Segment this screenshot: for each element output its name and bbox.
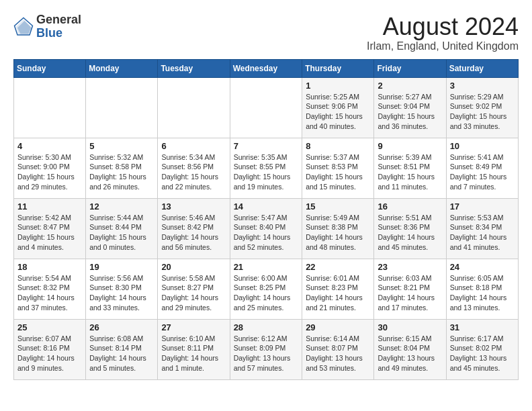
calendar-cell: 31Sunrise: 6:17 AM Sunset: 8:02 PM Dayli… <box>446 319 518 379</box>
day-detail: Sunrise: 5:32 AM Sunset: 8:58 PM Dayligh… <box>89 152 154 192</box>
calendar-cell: 16Sunrise: 5:51 AM Sunset: 8:36 PM Dayli… <box>374 198 446 259</box>
day-number: 4 <box>17 141 82 151</box>
day-number: 5 <box>89 141 154 151</box>
day-number: 27 <box>161 322 226 332</box>
page-header: General Blue August 2024 Irlam, England,… <box>13 13 519 52</box>
day-number: 29 <box>306 322 370 332</box>
calendar-cell: 25Sunrise: 6:07 AM Sunset: 8:16 PM Dayli… <box>14 319 86 379</box>
weekday-header: Wednesday <box>230 59 302 77</box>
day-number: 7 <box>234 141 299 151</box>
calendar-cell: 14Sunrise: 5:47 AM Sunset: 8:40 PM Dayli… <box>230 198 302 259</box>
day-detail: Sunrise: 6:01 AM Sunset: 8:23 PM Dayligh… <box>306 273 370 313</box>
day-number: 30 <box>378 322 442 332</box>
calendar-cell: 4Sunrise: 5:30 AM Sunset: 9:00 PM Daylig… <box>14 138 86 198</box>
day-number: 2 <box>378 81 442 91</box>
calendar-cell: 8Sunrise: 5:37 AM Sunset: 8:53 PM Daylig… <box>302 138 374 198</box>
calendar-cell: 9Sunrise: 5:39 AM Sunset: 8:51 PM Daylig… <box>374 138 446 198</box>
day-detail: Sunrise: 5:47 AM Sunset: 8:40 PM Dayligh… <box>234 213 299 253</box>
title-block: August 2024 Irlam, England, United Kingd… <box>367 13 519 52</box>
day-number: 9 <box>378 141 442 151</box>
day-number: 16 <box>378 201 442 212</box>
calendar-cell: 11Sunrise: 5:42 AM Sunset: 8:47 PM Dayli… <box>14 198 86 259</box>
weekday-header: Monday <box>86 59 158 77</box>
calendar-cell: 17Sunrise: 5:53 AM Sunset: 8:34 PM Dayli… <box>446 198 518 259</box>
calendar-table: SundayMondayTuesdayWednesdayThursdayFrid… <box>13 59 519 380</box>
calendar-cell: 12Sunrise: 5:44 AM Sunset: 8:44 PM Dayli… <box>86 198 158 259</box>
weekday-header-row: SundayMondayTuesdayWednesdayThursdayFrid… <box>14 59 519 77</box>
day-detail: Sunrise: 5:27 AM Sunset: 9:04 PM Dayligh… <box>378 92 442 132</box>
day-detail: Sunrise: 5:37 AM Sunset: 8:53 PM Dayligh… <box>306 152 370 192</box>
day-detail: Sunrise: 6:10 AM Sunset: 8:11 PM Dayligh… <box>161 334 226 373</box>
day-number: 17 <box>450 201 515 212</box>
day-number: 3 <box>450 81 515 91</box>
day-detail: Sunrise: 5:25 AM Sunset: 9:06 PM Dayligh… <box>306 92 370 132</box>
day-number: 31 <box>450 322 515 332</box>
month-year: August 2024 <box>367 13 519 40</box>
calendar-cell: 26Sunrise: 6:08 AM Sunset: 8:14 PM Dayli… <box>86 319 158 379</box>
calendar-cell: 19Sunrise: 5:56 AM Sunset: 8:30 PM Dayli… <box>86 259 158 319</box>
day-detail: Sunrise: 5:41 AM Sunset: 8:49 PM Dayligh… <box>450 152 515 192</box>
day-detail: Sunrise: 5:54 AM Sunset: 8:32 PM Dayligh… <box>17 273 82 313</box>
day-number: 13 <box>161 201 226 212</box>
calendar-cell: 13Sunrise: 5:46 AM Sunset: 8:42 PM Dayli… <box>158 198 230 259</box>
day-number: 10 <box>450 141 515 151</box>
logo-icon <box>13 17 34 37</box>
logo-blue: Blue <box>36 27 81 40</box>
calendar-week-row: 11Sunrise: 5:42 AM Sunset: 8:47 PM Dayli… <box>14 198 519 259</box>
calendar-cell <box>158 77 230 138</box>
calendar-cell <box>86 77 158 138</box>
day-detail: Sunrise: 5:39 AM Sunset: 8:51 PM Dayligh… <box>378 152 442 192</box>
day-detail: Sunrise: 5:42 AM Sunset: 8:47 PM Dayligh… <box>17 213 82 253</box>
day-detail: Sunrise: 6:12 AM Sunset: 8:09 PM Dayligh… <box>234 334 299 373</box>
day-number: 22 <box>306 262 370 272</box>
logo-general: General <box>36 13 81 27</box>
day-number: 11 <box>17 201 82 212</box>
calendar-cell: 20Sunrise: 5:58 AM Sunset: 8:27 PM Dayli… <box>158 259 230 319</box>
calendar-cell: 30Sunrise: 6:15 AM Sunset: 8:04 PM Dayli… <box>374 319 446 379</box>
day-number: 24 <box>450 262 515 272</box>
day-detail: Sunrise: 5:44 AM Sunset: 8:44 PM Dayligh… <box>89 213 154 253</box>
calendar-cell: 29Sunrise: 6:14 AM Sunset: 8:07 PM Dayli… <box>302 319 374 379</box>
day-number: 14 <box>234 201 299 212</box>
day-number: 15 <box>306 201 370 212</box>
day-number: 21 <box>234 262 299 272</box>
calendar-week-row: 25Sunrise: 6:07 AM Sunset: 8:16 PM Dayli… <box>14 319 519 379</box>
day-detail: Sunrise: 5:49 AM Sunset: 8:38 PM Dayligh… <box>306 213 370 253</box>
location: Irlam, England, United Kingdom <box>367 40 519 52</box>
weekday-header: Tuesday <box>158 59 230 77</box>
calendar-cell: 7Sunrise: 5:35 AM Sunset: 8:55 PM Daylig… <box>230 138 302 198</box>
day-number: 28 <box>234 322 299 332</box>
calendar-cell: 22Sunrise: 6:01 AM Sunset: 8:23 PM Dayli… <box>302 259 374 319</box>
calendar-cell <box>14 77 86 138</box>
weekday-header: Sunday <box>14 59 86 77</box>
calendar-cell: 1Sunrise: 5:25 AM Sunset: 9:06 PM Daylig… <box>302 77 374 138</box>
day-detail: Sunrise: 6:08 AM Sunset: 8:14 PM Dayligh… <box>89 334 154 373</box>
day-number: 8 <box>306 141 370 151</box>
calendar-cell: 5Sunrise: 5:32 AM Sunset: 8:58 PM Daylig… <box>86 138 158 198</box>
day-detail: Sunrise: 6:17 AM Sunset: 8:02 PM Dayligh… <box>450 334 515 373</box>
day-detail: Sunrise: 6:05 AM Sunset: 8:18 PM Dayligh… <box>450 273 515 313</box>
calendar-week-row: 1Sunrise: 5:25 AM Sunset: 9:06 PM Daylig… <box>14 77 519 138</box>
weekday-header: Saturday <box>446 59 518 77</box>
day-number: 23 <box>378 262 442 272</box>
calendar-cell: 6Sunrise: 5:34 AM Sunset: 8:56 PM Daylig… <box>158 138 230 198</box>
day-detail: Sunrise: 5:35 AM Sunset: 8:55 PM Dayligh… <box>234 152 299 192</box>
day-detail: Sunrise: 6:00 AM Sunset: 8:25 PM Dayligh… <box>234 273 299 313</box>
day-detail: Sunrise: 5:58 AM Sunset: 8:27 PM Dayligh… <box>161 273 226 313</box>
calendar-week-row: 18Sunrise: 5:54 AM Sunset: 8:32 PM Dayli… <box>14 259 519 319</box>
day-number: 12 <box>89 201 154 212</box>
calendar-cell: 27Sunrise: 6:10 AM Sunset: 8:11 PM Dayli… <box>158 319 230 379</box>
calendar-cell: 24Sunrise: 6:05 AM Sunset: 8:18 PM Dayli… <box>446 259 518 319</box>
day-detail: Sunrise: 6:15 AM Sunset: 8:04 PM Dayligh… <box>378 334 442 373</box>
calendar-cell: 15Sunrise: 5:49 AM Sunset: 8:38 PM Dayli… <box>302 198 374 259</box>
calendar-cell <box>230 77 302 138</box>
day-detail: Sunrise: 6:03 AM Sunset: 8:21 PM Dayligh… <box>378 273 442 313</box>
day-detail: Sunrise: 6:07 AM Sunset: 8:16 PM Dayligh… <box>17 334 82 373</box>
day-detail: Sunrise: 5:34 AM Sunset: 8:56 PM Dayligh… <box>161 152 226 192</box>
day-detail: Sunrise: 5:46 AM Sunset: 8:42 PM Dayligh… <box>161 213 226 253</box>
calendar-cell: 18Sunrise: 5:54 AM Sunset: 8:32 PM Dayli… <box>14 259 86 319</box>
day-detail: Sunrise: 6:14 AM Sunset: 8:07 PM Dayligh… <box>306 334 370 373</box>
logo-text: General Blue <box>36 13 81 40</box>
day-detail: Sunrise: 5:29 AM Sunset: 9:02 PM Dayligh… <box>450 92 515 132</box>
weekday-header: Thursday <box>302 59 374 77</box>
